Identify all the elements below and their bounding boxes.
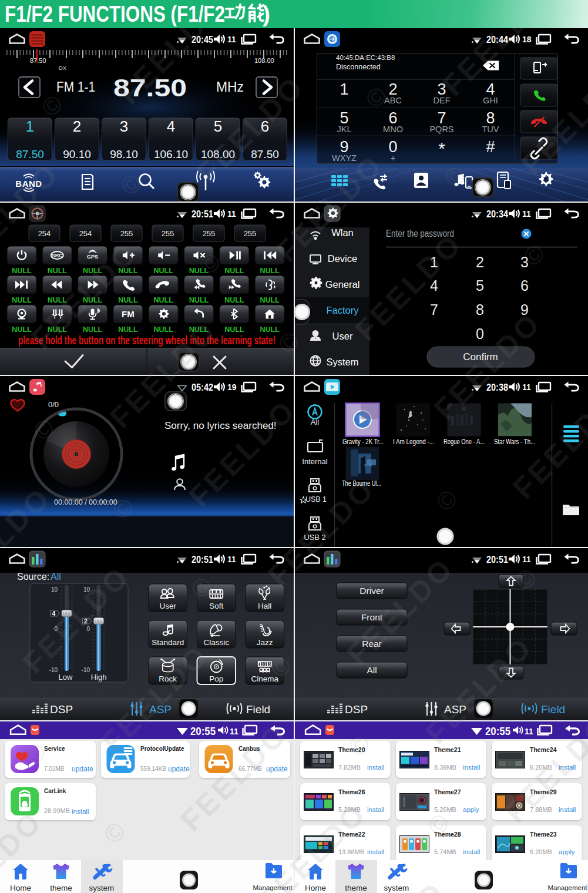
svg-text:NULL: NULL xyxy=(118,267,138,275)
svg-text:20:51: 20:51 xyxy=(191,209,213,219)
svg-text:Front: Front xyxy=(361,612,383,622)
svg-text:11: 11 xyxy=(522,382,531,392)
svg-text:install: install xyxy=(367,848,384,855)
svg-text:NULL: NULL xyxy=(224,296,244,304)
svg-text:6.20MB: 6.20MB xyxy=(530,848,552,855)
svg-text:Management: Management xyxy=(253,884,293,891)
svg-text:CarLink: CarLink xyxy=(44,788,66,794)
svg-text:4: 4 xyxy=(167,118,175,135)
svg-text:Pop: Pop xyxy=(209,674,223,683)
svg-text:Theme28: Theme28 xyxy=(434,831,461,838)
svg-text:13.86MB: 13.86MB xyxy=(338,848,364,855)
svg-text:11: 11 xyxy=(525,727,533,736)
svg-text:Theme22: Theme22 xyxy=(338,831,365,838)
svg-text:98.10: 98.10 xyxy=(110,148,138,160)
svg-text:NULL: NULL xyxy=(260,296,280,304)
svg-text:DSP: DSP xyxy=(345,703,368,716)
svg-text:Theme24: Theme24 xyxy=(530,746,557,753)
svg-text:254: 254 xyxy=(38,229,51,238)
svg-text:Confirm: Confirm xyxy=(463,351,498,362)
svg-text:87.50: 87.50 xyxy=(16,148,44,160)
svg-text:10: 10 xyxy=(83,586,90,593)
svg-text:Theme23: Theme23 xyxy=(530,831,557,838)
svg-text:NULL: NULL xyxy=(12,267,32,275)
svg-text:Wlan: Wlan xyxy=(331,227,354,238)
svg-text:NULL: NULL xyxy=(118,296,138,304)
svg-text:28.99MB: 28.99MB xyxy=(44,807,70,814)
svg-text:255: 255 xyxy=(203,229,216,238)
svg-text:NULL: NULL xyxy=(189,267,209,275)
svg-text:87.50: 87.50 xyxy=(30,57,46,64)
svg-text:20:44: 20:44 xyxy=(486,35,508,45)
svg-text:20:51: 20:51 xyxy=(191,555,213,565)
svg-text:19: 19 xyxy=(227,382,237,392)
svg-text:PQRS: PQRS xyxy=(429,125,453,134)
svg-text:5.26MB: 5.26MB xyxy=(434,806,456,813)
svg-text:*: * xyxy=(438,139,445,158)
svg-text:Field: Field xyxy=(246,703,270,716)
svg-text:Theme26: Theme26 xyxy=(338,788,365,795)
svg-text:7: 7 xyxy=(430,301,438,318)
svg-text:20:34: 20:34 xyxy=(486,209,508,219)
svg-text:20:45: 20:45 xyxy=(191,35,213,45)
svg-text:NULL: NULL xyxy=(154,325,174,334)
svg-text:All: All xyxy=(311,418,320,427)
svg-text:NULL: NULL xyxy=(83,296,103,304)
svg-text:255: 255 xyxy=(244,229,257,238)
svg-text:Source:: Source: xyxy=(17,572,49,582)
svg-text:install: install xyxy=(559,764,576,771)
svg-text:NULL: NULL xyxy=(189,325,209,334)
svg-text:system: system xyxy=(89,884,115,892)
svg-text:5: 5 xyxy=(214,118,222,135)
svg-text:NULL: NULL xyxy=(48,267,68,275)
svg-text:255: 255 xyxy=(162,229,174,238)
svg-text:254: 254 xyxy=(79,229,92,238)
svg-text:20:55: 20:55 xyxy=(190,725,216,737)
svg-text:FM: FM xyxy=(122,309,135,319)
svg-text:Service: Service xyxy=(44,746,65,752)
svg-text:theme: theme xyxy=(345,884,367,892)
svg-text:6: 6 xyxy=(261,118,269,135)
svg-text:NULL: NULL xyxy=(260,267,280,275)
svg-text:NULL: NULL xyxy=(189,296,209,304)
svg-text:66.77MB: 66.77MB xyxy=(238,766,262,772)
svg-text:00:00:00 / 00:00:00: 00:00:00 / 00:00:00 xyxy=(54,498,117,506)
svg-text:10: 10 xyxy=(51,586,58,593)
svg-text:Hall: Hall xyxy=(258,602,271,610)
svg-text:Home: Home xyxy=(305,884,326,892)
svg-text:5.28MB: 5.28MB xyxy=(338,806,361,813)
svg-text:20:38: 20:38 xyxy=(486,382,508,392)
svg-text:The Bourne Ul...: The Bourne Ul... xyxy=(342,479,381,488)
svg-text:20:51: 20:51 xyxy=(486,555,508,565)
svg-text:FM 1-1: FM 1-1 xyxy=(56,79,95,95)
svg-text:NULL: NULL xyxy=(83,267,103,275)
svg-text:0: 0 xyxy=(54,626,58,632)
svg-text:4: 4 xyxy=(52,610,56,617)
svg-text:7.82MB: 7.82MB xyxy=(338,764,361,771)
svg-text:9: 9 xyxy=(520,301,529,318)
svg-text:2: 2 xyxy=(476,254,484,270)
svg-text:Home: Home xyxy=(10,884,31,892)
svg-text:87.50: 87.50 xyxy=(113,73,187,102)
svg-text:All: All xyxy=(51,572,61,582)
svg-text:108.00: 108.00 xyxy=(254,57,274,64)
svg-text:apply: apply xyxy=(559,848,575,855)
svg-text:update: update xyxy=(72,765,93,773)
svg-text:NULL: NULL xyxy=(48,325,68,334)
svg-text:NULL: NULL xyxy=(83,325,103,334)
svg-text:11: 11 xyxy=(227,35,236,44)
svg-text:0: 0 xyxy=(476,325,484,342)
svg-text:18: 18 xyxy=(522,35,532,44)
svg-text:Device: Device xyxy=(328,253,357,264)
svg-text:): ) xyxy=(263,1,270,26)
svg-text:All: All xyxy=(367,665,377,675)
svg-text:Theme20: Theme20 xyxy=(338,746,365,753)
svg-text:F1/F2 FUNCTIONS (F1/F2: F1/F2 FUNCTIONS (F1/F2 xyxy=(5,1,225,26)
svg-text:GPS: GPS xyxy=(87,254,98,260)
svg-text:st lik: st lik xyxy=(364,463,373,467)
svg-text:05:42: 05:42 xyxy=(191,382,213,392)
svg-text:8.39MB: 8.39MB xyxy=(434,764,456,771)
svg-text:4: 4 xyxy=(430,277,438,294)
svg-text:Jazz: Jazz xyxy=(257,638,273,647)
svg-text:-10: -10 xyxy=(49,667,58,673)
